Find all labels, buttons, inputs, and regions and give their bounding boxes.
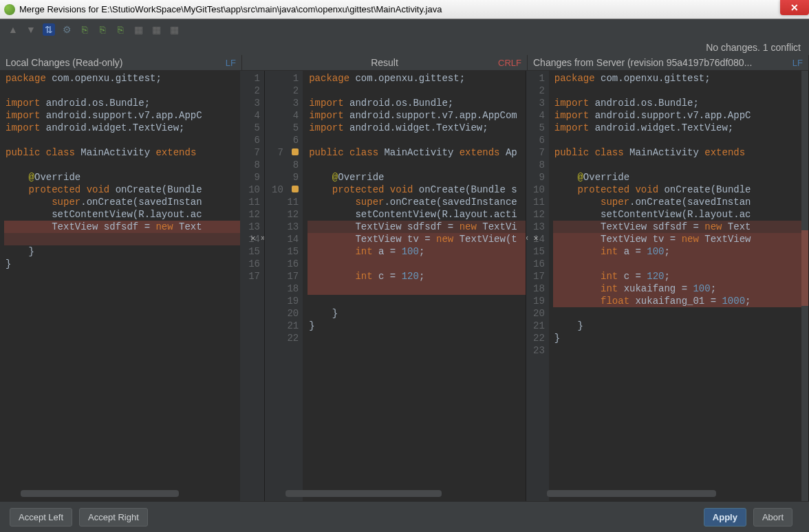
- code-line: import android.widget.TextView;: [553, 122, 808, 134]
- code-line: [553, 134, 808, 146]
- mid-pane: 1234567 8910 111213141516171819202122 pa…: [265, 71, 526, 501]
- code-line: import android.os.Bundle;: [4, 97, 240, 109]
- line-number: 8: [247, 159, 260, 171]
- left-editor: package com.openxu.gittest;import androi…: [0, 71, 240, 501]
- line-number: 17: [533, 270, 545, 282]
- code-line: package com.openxu.gittest;: [308, 72, 526, 85]
- apply-left-icon[interactable]: ⎘: [96, 23, 109, 36]
- tool-icon-3[interactable]: ▦: [168, 23, 180, 36]
- code-line: @Override: [308, 171, 526, 184]
- line-number: 10: [533, 184, 545, 196]
- code-line: float xukaifang_01 = 1000;: [553, 295, 808, 307]
- mid-line-separator[interactable]: CRLF: [498, 58, 521, 68]
- line-number: 4: [533, 109, 545, 122]
- line-number: 16: [247, 258, 260, 270]
- line-number: 2: [247, 85, 260, 97]
- settings-gear-icon[interactable]: ⚙: [61, 23, 73, 36]
- code-line: TextView tv = new TextView(t: [308, 233, 526, 245]
- line-number: 13: [247, 221, 260, 233]
- left-line-separator[interactable]: LF: [226, 58, 236, 68]
- left-hscroll[interactable]: [21, 490, 179, 497]
- line-number: 5: [247, 122, 260, 134]
- line-number: 12: [247, 208, 260, 221]
- apply-right-icon[interactable]: ⎘: [114, 23, 127, 36]
- line-number: 19: [272, 295, 299, 307]
- line-number: 21: [272, 320, 299, 332]
- tool-icon-1[interactable]: ▦: [132, 23, 144, 36]
- line-number: 8: [533, 159, 545, 171]
- line-number: 16: [272, 258, 299, 270]
- code-line: }: [308, 320, 526, 332]
- code-line: TextView sdfsdf = new TextVi: [308, 221, 526, 233]
- tool-icon-2[interactable]: ▦: [150, 23, 162, 36]
- code-line: import android.os.Bundle;: [308, 97, 526, 109]
- line-number: 19: [533, 295, 545, 307]
- code-line: TextView sdfsdf = new Text: [553, 221, 808, 233]
- line-number: 7: [247, 146, 260, 159]
- apply-button[interactable]: Apply: [704, 508, 746, 527]
- right-line-separator[interactable]: LF: [792, 58, 803, 68]
- status-line: No changes. 1 conflict: [0, 40, 809, 55]
- line-number: 17: [247, 270, 260, 282]
- code-line: TextView tv = new TextView: [553, 233, 808, 245]
- left-right-gutter: 1234567891011121314151617: [240, 71, 264, 501]
- mid-pane-header: Result CRLF: [242, 55, 528, 70]
- pane-headers: Local Changes (Read-only) LF Result CRLF…: [0, 55, 809, 70]
- right-error-stripe[interactable]: [801, 71, 808, 501]
- code-line: [553, 159, 808, 171]
- mid-editor[interactable]: package com.openxu.gittest;import androi…: [303, 71, 526, 501]
- accept-right-button[interactable]: Accept Right: [79, 508, 148, 527]
- code-line: int a = 100;: [308, 245, 526, 258]
- close-button[interactable]: ✕: [780, 0, 809, 15]
- code-line: }: [553, 320, 808, 332]
- code-line: public class MainActivity extends: [553, 146, 808, 159]
- line-number: 9: [247, 171, 260, 184]
- code-line: int a = 100;: [553, 245, 808, 258]
- code-line: @Override: [553, 171, 808, 184]
- merge-actions-right[interactable]: « ✕: [526, 233, 539, 243]
- code-line: [553, 85, 808, 97]
- line-number: 1: [533, 72, 545, 85]
- line-number: 11: [272, 196, 299, 208]
- prev-diff-icon[interactable]: ▲: [7, 23, 19, 36]
- right-pane-header: Changes from Server (revision 95a4197b76…: [528, 55, 809, 70]
- footer-bar: Accept Left Accept Right Apply Abort: [0, 502, 809, 532]
- line-number: 7: [533, 146, 545, 159]
- code-line: TextView sdfsdf = new Text: [4, 221, 240, 233]
- code-line: [308, 134, 526, 146]
- right-hscroll[interactable]: [547, 490, 716, 497]
- code-line: [308, 258, 526, 270]
- line-number: 20: [533, 307, 545, 320]
- abort-button[interactable]: Abort: [753, 508, 792, 527]
- right-pane: 1234567891011121314151617181920212223 pa…: [526, 71, 809, 501]
- line-number: 15: [533, 245, 545, 258]
- line-number: 20: [272, 307, 299, 320]
- code-line: [308, 159, 526, 171]
- mid-hscroll[interactable]: [285, 490, 442, 497]
- line-number: 17: [272, 270, 299, 282]
- line-number: 22: [272, 332, 299, 344]
- code-line: int c = 120;: [553, 270, 808, 282]
- line-number: 21: [533, 320, 545, 332]
- apply-nonconflict-icon[interactable]: ⎘: [78, 23, 91, 36]
- accept-left-button[interactable]: Accept Left: [10, 508, 72, 527]
- code-line: protected void onCreate(Bundle: [4, 184, 240, 196]
- line-number: 6: [272, 134, 299, 146]
- line-number: 10: [247, 184, 260, 196]
- line-number: 13: [533, 221, 545, 233]
- line-number: 16: [533, 258, 545, 270]
- line-number: 9: [533, 171, 545, 184]
- code-line: int c = 120;: [308, 270, 526, 282]
- line-number: 6: [533, 134, 545, 146]
- line-number: 7: [272, 146, 299, 159]
- code-line: public class MainActivity extends Ap: [308, 146, 526, 159]
- line-number: 4: [247, 109, 260, 122]
- line-number: 23: [533, 344, 545, 357]
- left-pane-header: Local Changes (Read-only) LF: [0, 55, 242, 70]
- next-diff-icon[interactable]: ▼: [25, 23, 37, 36]
- sync-scroll-icon[interactable]: ⇅: [43, 23, 55, 36]
- right-editor: package com.openxu.gittest;import androi…: [549, 71, 808, 501]
- merge-actions-left[interactable]: ✕ »: [250, 233, 265, 243]
- mid-pane-title: Result: [248, 57, 521, 68]
- code-line: setContentView(R.layout.ac: [4, 208, 240, 221]
